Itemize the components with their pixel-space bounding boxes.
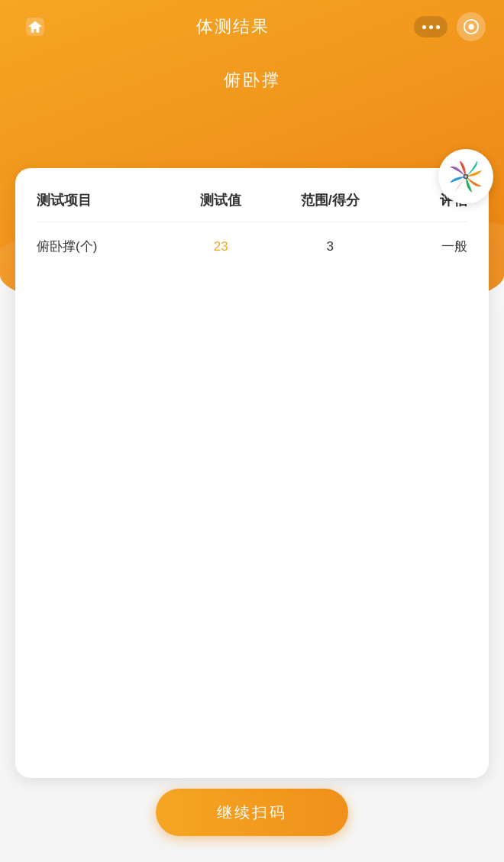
table-header: 测试项目 测试值 范围/得分 评估 [37,191,467,222]
col-header-name: 测试项目 [37,191,174,209]
deco-badge [438,149,493,204]
dot-icon [429,25,433,29]
row-item-value: 23 [174,239,268,254]
page-title: 体测结果 [196,15,270,38]
home-icon [24,15,47,38]
scan-button[interactable] [457,12,486,41]
table-row: 俯卧撑(个) 23 3 一般 [37,225,467,255]
home-button[interactable] [18,10,52,44]
nav-bar: 体测结果 [0,0,504,53]
svg-point-2 [468,24,473,29]
dot-icon [436,25,440,29]
section-title: 俯卧撑 [0,69,504,92]
row-item-eval: 一般 [393,238,467,255]
dot-icon [422,25,426,29]
more-options-button[interactable] [414,16,447,37]
nav-actions [414,12,486,41]
scan-icon [463,18,480,35]
continue-scan-button[interactable]: 继续扫码 [156,789,348,836]
col-header-value: 测试值 [174,191,268,209]
row-item-name: 俯卧撑(个) [37,238,174,255]
row-item-range: 3 [267,239,392,254]
svg-point-4 [464,175,467,177]
col-header-range: 范围/得分 [267,191,392,209]
pinwheel-icon [447,157,485,196]
main-card: 测试项目 测试值 范围/得分 评估 俯卧撑(个) 23 3 一般 [15,168,489,778]
